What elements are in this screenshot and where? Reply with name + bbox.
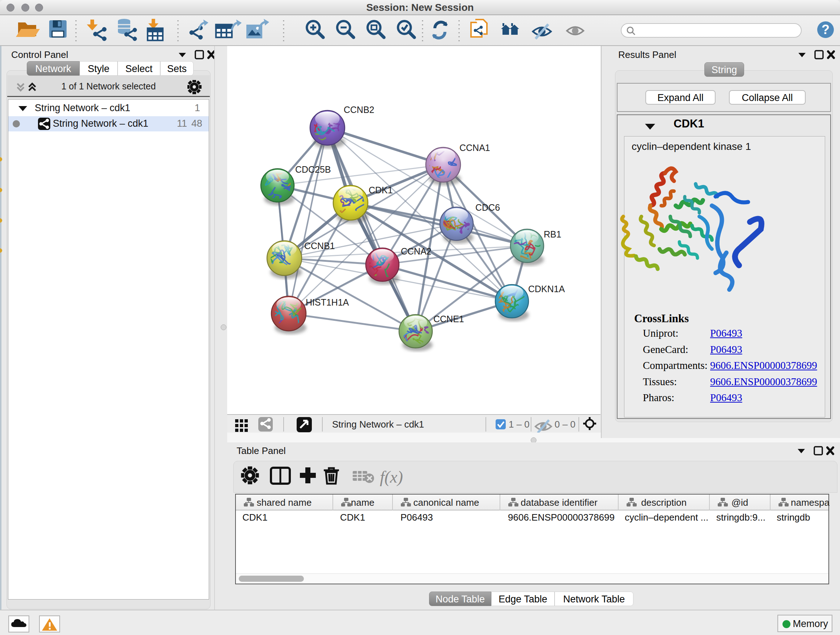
svg-text:CCNA2: CCNA2	[401, 246, 431, 256]
svg-text:RB1: RB1	[544, 229, 561, 239]
svg-text:CCNE1: CCNE1	[433, 314, 464, 324]
svg-text:CCNB1: CCNB1	[304, 241, 335, 251]
svg-text:CDK1: CDK1	[369, 185, 393, 195]
svg-text:CCNB2: CCNB2	[344, 105, 374, 115]
svg-text:CDC25B: CDC25B	[295, 165, 331, 174]
svg-text:?: ?	[821, 22, 829, 37]
svg-text:HIST1H1A: HIST1H1A	[306, 297, 349, 307]
svg-text:CCNA1: CCNA1	[459, 143, 490, 153]
svg-text:CDC6: CDC6	[475, 203, 500, 212]
svg-text:f(x): f(x)	[380, 468, 403, 486]
svg-text:CDKN1A: CDKN1A	[528, 284, 565, 294]
